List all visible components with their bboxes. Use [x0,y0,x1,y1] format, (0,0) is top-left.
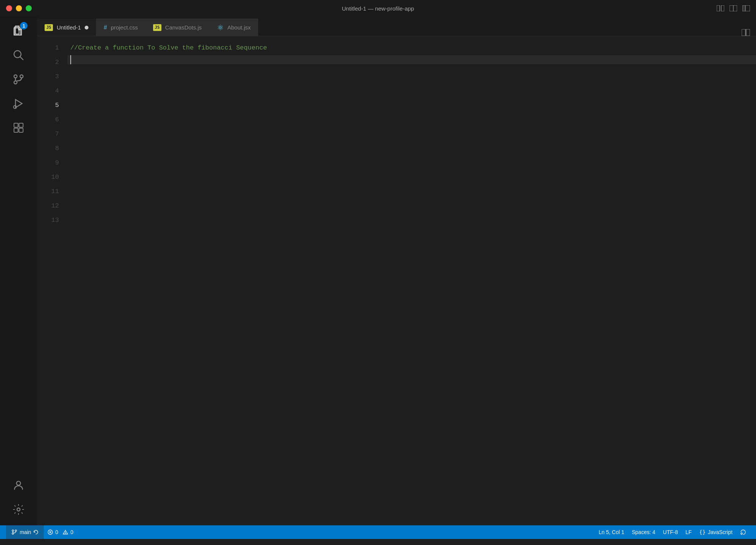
line-num-4: 4 [37,84,59,98]
sidebar-item-extensions[interactable] [7,116,30,139]
sync-icon [33,530,39,535]
svg-rect-1 [721,5,724,11]
customize-layout-icon[interactable] [742,5,750,11]
svg-point-19 [17,508,20,511]
svg-point-30 [741,533,742,534]
open-brace-icon: {} [699,529,706,535]
code-line-5 [70,55,756,64]
line-numbers: 1 2 3 4 5 6 7 8 9 10 11 12 13 [37,36,67,525]
line-num-3: 3 [37,70,59,84]
encoding-button[interactable]: UTF-8 [659,525,682,539]
tab-aboutjsx[interactable]: ⚛ About.jsx [209,19,259,36]
sidebar-item-account[interactable] [7,474,30,497]
minimize-button[interactable] [16,5,22,11]
line-num-1: 1 [37,41,59,55]
svg-rect-20 [742,29,745,36]
titlebar: Untitled-1 — new-profile-app [0,0,756,17]
svg-rect-15 [19,123,23,127]
tab-label-aboutjsx: About.jsx [228,24,251,31]
line-num-6: 6 [37,113,59,127]
comment-text: //Create a function To Solve the fibonac… [70,41,267,55]
indentation-button[interactable]: Spaces: 4 [628,525,659,539]
line-ending: LF [685,529,691,535]
js-icon: JS [45,24,53,31]
line-num-2: 2 [37,55,59,70]
line-num-11: 11 [37,184,59,199]
tab-label-untitled1: Untitled-1 [57,24,81,31]
error-count: 0 [55,529,58,535]
sidebar-item-settings[interactable] [7,498,30,521]
code-editor[interactable]: //Create a function To Solve the fibonac… [67,36,756,525]
sidebar-item-search[interactable] [7,44,30,67]
settings-icon [12,503,25,516]
editor-content[interactable]: 1 2 3 4 5 6 7 8 9 10 11 12 13 [37,36,756,525]
error-icon [48,530,53,535]
editor-layout-toggle[interactable] [736,29,756,36]
explorer-badge: 1 [20,22,28,29]
tab-label-canvasdots: CanvasDots.js [165,24,202,31]
svg-rect-16 [14,128,18,132]
line-num-9: 9 [37,156,59,170]
editor-layout-icon[interactable] [730,5,737,11]
tab-modified-dot [85,26,88,29]
sidebar-item-explorer[interactable]: 1 [7,20,30,42]
tab-label-projectcss: project.css [111,24,138,31]
git-branch-icon [11,529,17,535]
close-button[interactable] [6,5,12,11]
run-icon [12,98,25,110]
titlebar-icons [717,5,750,11]
account-icon [12,479,25,491]
status-bar: main 0 0 Ln 5, Col 1 [0,525,756,539]
indentation: Spaces: 4 [632,529,655,535]
remote-icon [740,530,746,535]
cursor-position-button[interactable]: Ln 5, Col 1 [595,525,628,539]
encoding: UTF-8 [663,529,678,535]
tab-projectcss[interactable]: # project.css [96,19,146,36]
line-num-7: 7 [37,127,59,141]
cursor-position: Ln 5, Col 1 [599,529,624,535]
svg-rect-14 [14,123,18,127]
jsx-icon: ⚛ [217,23,224,32]
maximize-button[interactable] [26,5,32,11]
language-name: JavaScript [708,529,733,535]
sidebar-item-run[interactable] [7,92,30,115]
svg-rect-0 [717,5,720,11]
sidebar-item-source-control[interactable] [7,68,30,91]
errors-button[interactable]: 0 0 [44,525,77,539]
line-num-13: 13 [37,213,59,228]
tab-untitled1[interactable]: JS Untitled-1 [37,19,96,36]
extensions-icon [12,122,25,134]
editor-area: JS Untitled-1 # project.css JS CanvasDot… [37,17,756,525]
git-branch-button[interactable]: main [6,525,44,539]
svg-line-8 [20,57,23,60]
window-title: Untitled-1 — new-profile-app [342,5,414,12]
svg-rect-5 [742,5,745,11]
line-num-12: 12 [37,199,59,213]
git-branch-name: main [20,529,31,535]
warning-icon [63,530,68,535]
split-editor-icon[interactable] [717,5,724,11]
line-num-10: 10 [37,170,59,184]
css-icon: # [104,24,107,31]
source-control-icon [12,73,25,85]
language-button[interactable]: {} JavaScript [696,525,736,539]
tab-canvasdots[interactable]: JS CanvasDots.js [146,19,209,36]
warning-count: 0 [70,529,73,535]
activity-bar: 1 [0,17,37,525]
svg-rect-21 [746,29,750,36]
code-line-4: //Create a function To Solve the fibonac… [70,41,756,55]
text-cursor [70,55,71,64]
line-num-8: 8 [37,141,59,156]
svg-rect-17 [19,128,23,132]
svg-point-18 [17,481,21,485]
search-icon [12,49,25,61]
traffic-lights [6,5,32,11]
js-icon-2: JS [153,24,161,31]
svg-point-29 [65,533,66,534]
remote-button[interactable] [736,525,750,539]
line-num-5: 5 [37,98,59,113]
status-bar-left: main 0 0 [6,525,77,539]
status-bar-right: Ln 5, Col 1 Spaces: 4 UTF-8 LF {} JavaSc… [595,525,750,539]
tabs-bar: JS Untitled-1 # project.css JS CanvasDot… [37,17,756,36]
line-ending-button[interactable]: LF [682,525,695,539]
